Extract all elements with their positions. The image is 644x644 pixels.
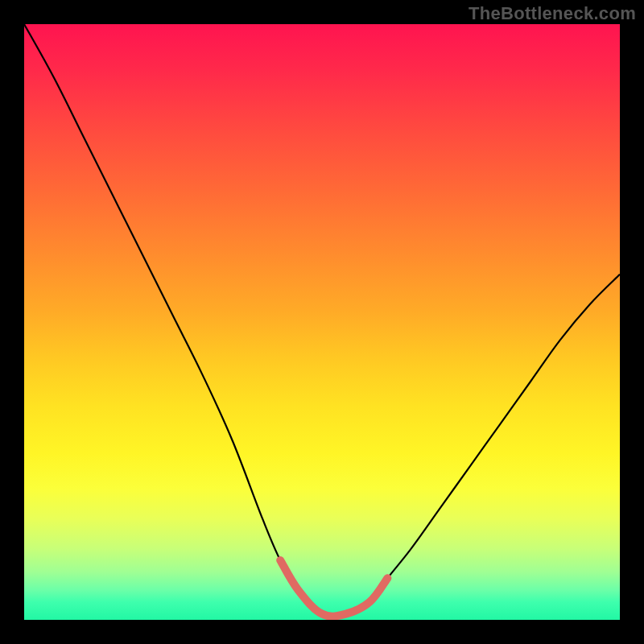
chart-frame: TheBottleneck.com xyxy=(0,0,644,644)
trough-path xyxy=(280,560,387,617)
trough-highlight xyxy=(24,24,620,620)
plot-area xyxy=(24,24,620,620)
watermark-text: TheBottleneck.com xyxy=(469,3,636,24)
